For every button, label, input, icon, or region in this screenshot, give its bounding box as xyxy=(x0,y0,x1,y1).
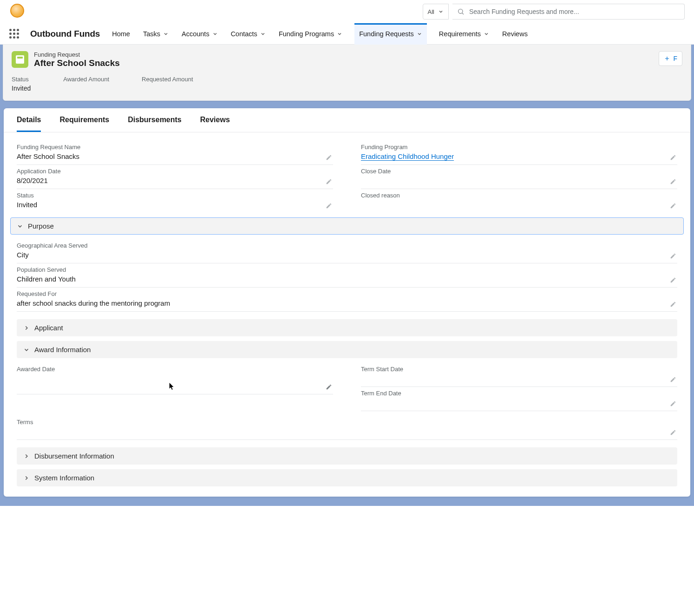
field-value xyxy=(361,374,677,383)
pencil-icon[interactable] xyxy=(670,203,676,209)
pencil-icon[interactable] xyxy=(326,203,332,209)
search-scope-select[interactable]: All xyxy=(423,4,449,20)
field-value: Invited xyxy=(17,201,333,209)
field-label: Awarded Date xyxy=(17,366,333,373)
nav-funding-programs[interactable]: Funding Programs xyxy=(278,23,343,45)
field-label: Term Start Date xyxy=(361,366,677,373)
chevron-down-icon xyxy=(212,31,218,37)
pencil-icon[interactable] xyxy=(670,178,676,185)
mouse-cursor-icon xyxy=(169,383,175,390)
pencil-icon[interactable] xyxy=(670,301,676,308)
header-kv-requested-label: Requested Amount xyxy=(142,76,193,83)
field-value xyxy=(361,399,677,407)
section-disbursement[interactable]: Disbursement Information xyxy=(17,447,677,465)
chevron-down-icon xyxy=(163,31,169,37)
chevron-right-icon xyxy=(23,453,30,459)
app-name: Outbound Funds xyxy=(30,29,100,39)
field-value: City xyxy=(17,251,677,259)
header-kv-status: Status Invited xyxy=(12,76,31,92)
field-term-end-date[interactable]: Term End Date xyxy=(361,387,677,411)
chevron-down-icon xyxy=(484,31,489,37)
section-purpose[interactable]: Purpose xyxy=(10,217,684,235)
pencil-icon[interactable] xyxy=(326,178,332,185)
nav-reviews[interactable]: Reviews xyxy=(501,23,529,45)
pencil-icon[interactable] xyxy=(670,277,676,283)
header-kv-awarded-label: Awarded Amount xyxy=(63,76,109,83)
field-label: Funding Request Name xyxy=(17,144,333,151)
pencil-icon[interactable] xyxy=(670,429,676,436)
nav-requirements-label: Requirements xyxy=(439,30,481,38)
nav-requests-label: Funding Requests xyxy=(359,30,414,38)
field-geographical-area[interactable]: Geographical Area Served City xyxy=(17,239,677,263)
field-label: Funding Program xyxy=(361,144,677,151)
chevron-down-icon xyxy=(23,347,30,353)
tab-reviews[interactable]: Reviews xyxy=(200,108,230,132)
header-kv-awarded: Awarded Amount xyxy=(63,76,109,92)
field-value xyxy=(17,427,677,436)
page-wrap: Funding Request After School Snacks F St… xyxy=(0,45,694,506)
field-closed-reason[interactable]: Closed reason xyxy=(361,189,677,213)
nav-programs-label: Funding Programs xyxy=(279,30,334,38)
global-search xyxy=(452,4,685,20)
nav-contacts[interactable]: Contacts xyxy=(230,23,267,45)
field-terms[interactable]: Terms xyxy=(17,416,677,440)
nav-home[interactable]: Home xyxy=(111,23,131,45)
nav-funding-requests[interactable]: Funding Requests xyxy=(354,23,427,45)
field-value: Children and Youth xyxy=(17,275,677,283)
pencil-icon[interactable] xyxy=(670,154,676,161)
field-funding-program[interactable]: Funding Program Eradicating Childhood Hu… xyxy=(361,141,677,165)
pencil-icon[interactable] xyxy=(670,376,676,383)
field-label: Term End Date xyxy=(361,390,677,397)
field-awarded-date[interactable]: Awarded Date xyxy=(17,363,333,394)
field-application-date[interactable]: Application Date 8/20/2021 xyxy=(17,165,333,189)
header-kv-status-value: Invited xyxy=(12,85,31,92)
global-nav: Outbound Funds Home Tasks Accounts Conta… xyxy=(0,23,694,45)
pencil-icon[interactable] xyxy=(670,253,676,259)
section-award[interactable]: Award Information xyxy=(17,341,677,358)
field-close-date[interactable]: Close Date xyxy=(361,165,677,189)
field-value xyxy=(361,177,677,185)
field-term-start-date[interactable]: Term Start Date xyxy=(361,363,677,387)
field-value: after school snacks during the mentoring… xyxy=(17,299,677,308)
field-population-served[interactable]: Population Served Children and Youth xyxy=(17,263,677,288)
section-applicant[interactable]: Applicant xyxy=(17,319,677,336)
field-status[interactable]: Status Invited xyxy=(17,189,333,213)
pencil-icon[interactable] xyxy=(326,154,332,161)
field-label: Close Date xyxy=(361,168,677,175)
nav-accounts[interactable]: Accounts xyxy=(181,23,219,45)
header-action-button[interactable]: F xyxy=(659,51,682,66)
app-launcher-icon[interactable] xyxy=(9,29,19,39)
nav-requirements[interactable]: Requirements xyxy=(438,23,490,45)
record-body: Details Requirements Disbursements Revie… xyxy=(4,108,690,497)
chevron-down-icon xyxy=(438,9,444,14)
svg-point-0 xyxy=(458,9,463,13)
chevron-down-icon xyxy=(17,223,23,229)
chevron-down-icon xyxy=(260,31,266,37)
section-award-label: Award Information xyxy=(34,346,91,354)
field-funding-request-name[interactable]: Funding Request Name After School Snacks xyxy=(17,141,333,165)
pencil-icon[interactable] xyxy=(326,384,332,390)
field-label: Requested For xyxy=(17,290,677,297)
field-value[interactable]: Eradicating Childhood Hunger xyxy=(361,152,677,161)
search-input[interactable] xyxy=(469,8,680,15)
nav-tasks-label: Tasks xyxy=(143,30,160,38)
tab-disbursements[interactable]: Disbursements xyxy=(128,108,182,132)
section-system[interactable]: System Information xyxy=(17,469,677,486)
section-applicant-label: Applicant xyxy=(34,324,63,332)
nav-tasks[interactable]: Tasks xyxy=(142,23,170,45)
search-icon xyxy=(457,8,465,15)
section-disbursement-label: Disbursement Information xyxy=(34,452,114,460)
section-system-label: System Information xyxy=(34,474,94,482)
salesforce-mascot-icon xyxy=(9,4,25,20)
search-scope-label: All xyxy=(428,8,434,15)
nav-contacts-label: Contacts xyxy=(231,30,257,38)
record-type-icon xyxy=(12,51,28,68)
tab-requirements[interactable]: Requirements xyxy=(59,108,109,132)
record-title: After School Snacks xyxy=(34,58,120,68)
nav-reviews-label: Reviews xyxy=(502,30,528,38)
tab-details[interactable]: Details xyxy=(17,108,41,132)
header-kv-status-label: Status xyxy=(12,76,31,83)
field-label: Geographical Area Served xyxy=(17,242,677,249)
field-requested-for[interactable]: Requested For after school snacks during… xyxy=(17,288,677,312)
pencil-icon[interactable] xyxy=(670,400,676,407)
